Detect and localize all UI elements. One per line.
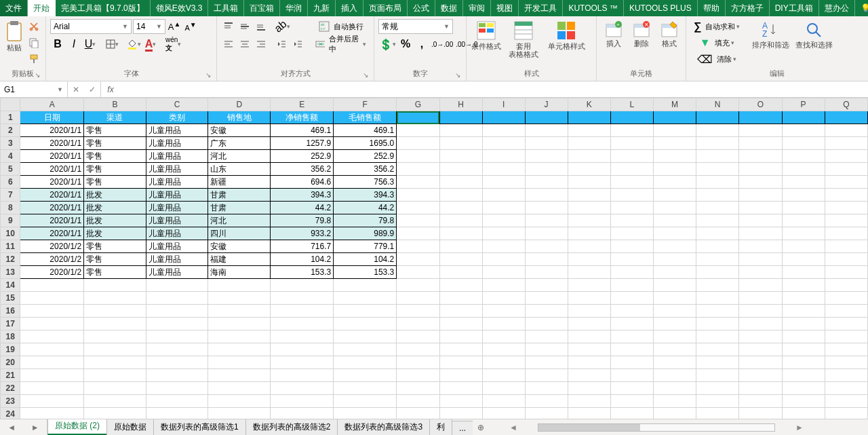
tab-data[interactable]: 数据 <box>435 0 463 16</box>
copy-button[interactable] <box>26 35 41 50</box>
cell[interactable]: 儿童用品 <box>146 253 208 266</box>
cell[interactable] <box>653 227 696 240</box>
cell[interactable]: 儿童用品 <box>146 163 208 176</box>
cell[interactable] <box>739 111 782 124</box>
cell[interactable] <box>334 330 397 343</box>
column-header[interactable]: I <box>482 98 525 111</box>
cell[interactable] <box>825 330 867 343</box>
cell[interactable]: 儿童用品 <box>146 227 208 240</box>
accounting-format-button[interactable]: 💲▾ <box>378 37 397 52</box>
cell[interactable] <box>482 356 525 369</box>
cut-button[interactable] <box>26 19 41 34</box>
cell[interactable] <box>525 111 568 124</box>
row-header[interactable]: 2 <box>1 124 20 137</box>
cell[interactable] <box>568 369 610 382</box>
cell[interactable] <box>825 227 867 240</box>
increase-decimal-button[interactable]: .0→.00 <box>431 37 454 52</box>
cell[interactable] <box>610 150 653 163</box>
cell[interactable] <box>525 408 568 419</box>
cell[interactable] <box>397 408 439 419</box>
cell[interactable] <box>208 318 271 330</box>
tab-fanggezi[interactable]: 方方格子 <box>726 0 770 16</box>
cell[interactable]: 安徽 <box>208 124 271 137</box>
cell[interactable] <box>782 279 825 292</box>
cell[interactable] <box>482 292 525 305</box>
worksheet-grid[interactable]: ABCDEFGHIJKLMNOPQ1日期渠道类别销售地净销售额毛销售额22020… <box>0 98 868 419</box>
cell[interactable] <box>482 214 525 227</box>
align-bottom-button[interactable] <box>254 19 269 34</box>
cell[interactable] <box>696 137 739 150</box>
sheet-tab[interactable]: 原始数据 (2) <box>47 419 107 435</box>
cell[interactable]: 2020/1/1 <box>20 137 84 150</box>
cell[interactable] <box>696 214 739 227</box>
cell[interactable] <box>525 202 568 214</box>
cell[interactable] <box>439 189 482 202</box>
cell[interactable] <box>610 137 653 150</box>
cell[interactable] <box>525 253 568 266</box>
cell[interactable] <box>208 305 271 318</box>
row-header[interactable]: 14 <box>1 279 20 292</box>
row-header[interactable]: 3 <box>1 137 20 150</box>
cell[interactable] <box>610 382 653 395</box>
cell[interactable] <box>610 124 653 137</box>
cell[interactable] <box>653 150 696 163</box>
cell[interactable]: 779.1 <box>334 240 397 253</box>
cell[interactable] <box>271 369 334 382</box>
cell[interactable]: 2020/1/2 <box>20 240 84 253</box>
italic-button[interactable]: I <box>66 37 81 52</box>
cell[interactable] <box>739 137 782 150</box>
cell[interactable] <box>568 176 610 189</box>
cell[interactable] <box>782 356 825 369</box>
cell[interactable] <box>825 189 867 202</box>
cell[interactable] <box>696 266 739 279</box>
cell[interactable] <box>568 356 610 369</box>
cell[interactable] <box>146 318 208 330</box>
delete-cells-button[interactable]: ✕ 删除 <box>629 19 654 48</box>
cell[interactable]: 零售 <box>84 266 146 279</box>
cell[interactable] <box>610 189 653 202</box>
cell[interactable] <box>525 227 568 240</box>
cell[interactable] <box>482 253 525 266</box>
row-header[interactable]: 24 <box>1 408 20 419</box>
cell[interactable] <box>782 395 825 408</box>
align-middle-button[interactable] <box>237 19 252 34</box>
cell[interactable] <box>271 408 334 419</box>
cell[interactable] <box>782 408 825 419</box>
decrease-font-button[interactable]: A▼ <box>183 19 198 34</box>
font-launcher[interactable]: ↘ <box>205 71 211 79</box>
cell[interactable] <box>696 343 739 356</box>
cell[interactable]: 四川 <box>208 227 271 240</box>
cell[interactable] <box>610 343 653 356</box>
cell[interactable]: 2020/1/1 <box>20 227 84 240</box>
row-header[interactable]: 5 <box>1 163 20 176</box>
cell[interactable]: 儿童用品 <box>146 240 208 253</box>
cell[interactable] <box>146 330 208 343</box>
cell[interactable] <box>696 227 739 240</box>
cell[interactable] <box>610 279 653 292</box>
cell[interactable] <box>20 292 84 305</box>
cell[interactable] <box>610 305 653 318</box>
cell[interactable] <box>739 305 782 318</box>
cell[interactable] <box>208 395 271 408</box>
cell[interactable]: 福建 <box>208 253 271 266</box>
tab-home[interactable]: 开始 <box>28 0 56 16</box>
cell[interactable]: 山东 <box>208 163 271 176</box>
decrease-indent-button[interactable] <box>274 37 289 52</box>
cell[interactable] <box>653 240 696 253</box>
column-header[interactable]: L <box>610 98 653 111</box>
cell[interactable] <box>20 318 84 330</box>
cell[interactable] <box>525 330 568 343</box>
cell[interactable] <box>568 292 610 305</box>
cell[interactable] <box>739 292 782 305</box>
cell[interactable] <box>653 202 696 214</box>
sheet-tab[interactable]: 数据列表的高级筛选1 <box>153 419 246 435</box>
column-header[interactable]: J <box>525 98 568 111</box>
cell[interactable] <box>439 395 482 408</box>
cell[interactable] <box>84 305 146 318</box>
cell[interactable] <box>568 240 610 253</box>
cell[interactable] <box>20 356 84 369</box>
cell[interactable] <box>439 202 482 214</box>
sheet-tab-more[interactable]: ... <box>452 421 473 435</box>
column-header[interactable]: H <box>439 98 482 111</box>
cell[interactable] <box>146 343 208 356</box>
